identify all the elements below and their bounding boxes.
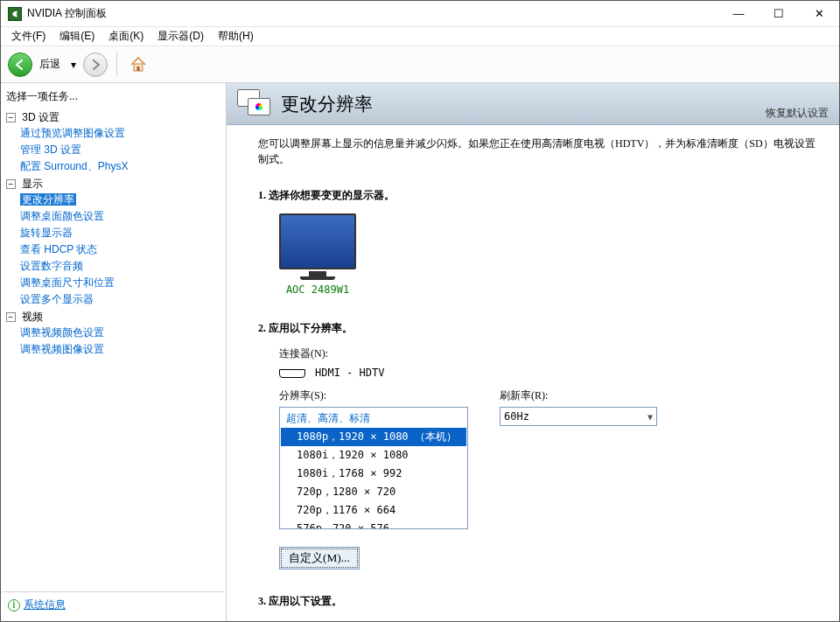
tree-toggle-3d[interactable]: − [6,113,16,122]
step-3: 3. 应用以下设置。 [258,594,818,609]
tree-category-display: 显示 [22,178,43,190]
chevron-down-icon: ▼ [648,412,653,422]
tree-item-hdcp-status[interactable]: 查看 HDCP 状态 [20,243,97,255]
window-title: NVIDIA 控制面板 [27,6,718,21]
home-button[interactable] [126,52,150,77]
intro-text: 您可以调整屏幕上显示的信息量并减少闪烁。如果您正在使用高清晰度电视（HDTV），… [258,136,818,167]
menu-file[interactable]: 文件(F) [4,27,52,45]
tree-category-3d: 3D 设置 [22,111,60,123]
tree-item-surround-physx[interactable]: 配置 Surround、PhysX [20,160,128,172]
display-label: AOC 2489W1 [279,283,356,296]
sidebar-title: 选择一项任务... [3,87,224,109]
home-icon [129,55,148,74]
sidebar-footer: i 系统信息 [3,591,224,618]
resolution-option[interactable]: 576p，720 × 576 [281,520,466,529]
tree-item-rotate-display[interactable]: 旋转显示器 [20,227,73,239]
page-header: 更改分辨率 恢复默认设置 [227,83,839,125]
resolution-label: 分辨率(S): [279,388,468,403]
resolution-option[interactable]: 1080i，1920 × 1080 [281,446,466,465]
tree-item-desktop-size-position[interactable]: 调整桌面尺寸和位置 [20,276,115,289]
resolution-option[interactable]: 1080i，1768 × 992 [281,465,466,483]
tree-item-digital-audio[interactable]: 设置数字音频 [20,260,83,272]
page-title: 更改分辨率 [281,92,373,116]
info-icon: i [8,599,20,612]
arrow-left-icon [14,59,26,71]
titlebar: NVIDIA 控制面板 — ☐ ✕ [1,1,839,27]
body: 选择一项任务... − 3D 设置 通过预览调整图像设置 管理 3D 设置 配置… [1,83,839,621]
sidebar: 选择一项任务... − 3D 设置 通过预览调整图像设置 管理 3D 设置 配置… [1,83,227,621]
tree-item-video-color[interactable]: 调整视频颜色设置 [20,326,104,339]
change-resolution-icon [237,89,272,119]
content-area: 您可以调整屏幕上显示的信息量并减少闪烁。如果您正在使用高清晰度电视（HDTV），… [227,125,839,621]
tree-category-video: 视频 [22,311,43,323]
monitor-screen-icon [279,213,356,269]
back-label: 后退 [39,57,60,72]
display-thumbnail[interactable]: AOC 2489W1 [279,213,356,296]
tree-item-preview-image[interactable]: 通过预览调整图像设置 [20,127,125,139]
tree-item-manage-3d[interactable]: 管理 3D 设置 [20,143,81,156]
menu-desktop[interactable]: 桌面(K) [102,27,150,45]
resolution-group-header: 超清、高清、标清 [281,409,466,428]
refresh-rate-value: 60Hz [504,410,529,423]
toolbar-separator [116,52,117,77]
step-3-heading: 3. 应用以下设置。 [258,594,818,609]
menubar: 文件(F) 编辑(E) 桌面(K) 显示器(D) 帮助(H) [1,27,839,46]
svg-rect-1 [137,66,140,71]
tree-item-video-image[interactable]: 调整视频图像设置 [20,343,104,355]
step-2: 2. 应用以下分辨率。 连接器(N): HDMI - HDTV 分辨率(S): [258,321,818,570]
maximize-button[interactable]: ☐ [759,1,799,26]
nvidia-icon [8,7,22,21]
tree-item-change-resolution[interactable]: 更改分辨率 [20,193,76,206]
resolution-option[interactable]: 720p，1280 × 720 [281,483,466,501]
step-2-heading: 2. 应用以下分辨率。 [258,321,818,336]
tree-toggle-display[interactable]: − [6,179,16,189]
menu-display[interactable]: 显示器(D) [150,27,211,45]
resolution-option[interactable]: 720p，1176 × 664 [281,501,466,520]
close-button[interactable]: ✕ [799,1,839,26]
restore-defaults-link[interactable]: 恢复默认设置 [766,106,829,121]
main-panel: 更改分辨率 恢复默认设置 您可以调整屏幕上显示的信息量并减少闪烁。如果您正在使用… [227,83,839,621]
tree-toggle-video[interactable]: − [6,312,16,322]
resolution-option[interactable]: 1080p，1920 × 1080 （本机） [281,428,466,446]
forward-button[interactable] [83,52,108,77]
task-tree: − 3D 设置 通过预览调整图像设置 管理 3D 设置 配置 Surround、… [3,109,224,591]
minimize-button[interactable]: — [718,1,759,26]
refresh-rate-label: 刷新率(R): [500,388,657,403]
connector-value: HDMI - HDTV [315,367,384,379]
menu-help[interactable]: 帮助(H) [211,27,261,45]
resolution-listbox[interactable]: 超清、高清、标清 1080p，1920 × 1080 （本机） 1080i，19… [279,407,468,529]
tree-item-multiple-displays[interactable]: 设置多个显示器 [20,293,94,305]
toolbar: 后退 ▾ [1,46,839,83]
step-1-heading: 1. 选择你想要变更的显示器。 [258,188,818,203]
customize-button[interactable]: 自定义(M)... [279,547,360,570]
step-1: 1. 选择你想要变更的显示器。 AOC 2489W1 [258,188,818,297]
connector-label: 连接器(N): [279,346,818,361]
back-button[interactable] [8,52,32,77]
menu-edit[interactable]: 编辑(E) [52,27,102,45]
tree-item-desktop-color[interactable]: 调整桌面颜色设置 [20,210,104,222]
system-info-link[interactable]: 系统信息 [24,598,66,612]
back-history-dropdown[interactable]: ▾ [67,59,80,71]
window-controls: — ☐ ✕ [718,1,839,26]
hdmi-icon [279,369,305,378]
arrow-right-icon [89,59,102,71]
nvidia-control-panel-window: NVIDIA 控制面板 — ☐ ✕ 文件(F) 编辑(E) 桌面(K) 显示器(… [0,0,840,622]
refresh-rate-combobox[interactable]: 60Hz ▼ [500,407,657,426]
